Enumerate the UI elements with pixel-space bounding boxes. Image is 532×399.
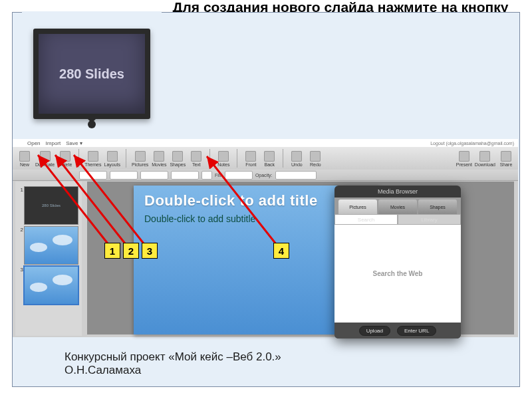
- movies-button[interactable]: Movies: [151, 150, 167, 167]
- redo-icon: [310, 151, 321, 162]
- plus-icon: [19, 151, 30, 162]
- tab-library[interactable]: Library: [398, 214, 461, 225]
- slide-sidebar: 1 280 Slides 2 3: [15, 182, 82, 336]
- pictures-button[interactable]: Pictures: [132, 150, 148, 167]
- text-button[interactable]: Text: [188, 150, 204, 167]
- share-button[interactable]: Share: [498, 150, 514, 167]
- thumb-preview: [25, 267, 78, 304]
- back-button[interactable]: Back: [261, 150, 277, 167]
- fill-label: Fill:: [215, 173, 222, 178]
- credit-line-2: О.Н.Саламаха: [65, 364, 281, 377]
- slide-title-placeholder[interactable]: Double-click to add title: [144, 192, 318, 209]
- separator: [78, 149, 79, 168]
- present-icon: [459, 151, 469, 162]
- credit-line-1: Конкурсный проект «Мой кейс –Веб 2.0.»: [65, 350, 281, 364]
- logo-text: 280 Slides: [59, 66, 124, 82]
- delete-slide-button[interactable]: Delete: [57, 150, 73, 167]
- media-browser-body[interactable]: Search the Web: [334, 225, 461, 323]
- thumb-preview: [25, 227, 78, 264]
- projector-screen-icon: 280 Slides: [33, 29, 150, 119]
- bring-front-icon: [245, 151, 256, 162]
- tab-movies[interactable]: Movies: [378, 200, 417, 214]
- media-browser-title: Media Browser: [334, 186, 461, 198]
- media-browser-window[interactable]: Media Browser Pictures Movies Shapes Sea…: [334, 186, 461, 338]
- upload-button[interactable]: Upload: [359, 326, 390, 336]
- duplicate-slide-button[interactable]: Duplicate: [35, 150, 55, 167]
- app-screenshot: Open Import Save ▾ Logout (olga.olgasala…: [13, 139, 518, 337]
- separator: [126, 149, 126, 168]
- layouts-button[interactable]: Layouts: [104, 150, 120, 167]
- opt-w[interactable]: [140, 171, 168, 180]
- download-button[interactable]: Download: [475, 150, 495, 167]
- separator: [209, 149, 210, 168]
- delete-icon: [60, 151, 70, 162]
- new-slide-button[interactable]: New: [17, 150, 33, 167]
- menu-import[interactable]: Import: [46, 140, 61, 146]
- slide-frame: 280 Slides Open Import Save ▾ Logout (ol…: [12, 12, 520, 387]
- themes-button[interactable]: Themes: [84, 150, 101, 167]
- notes-button[interactable]: Notes: [215, 150, 231, 167]
- tab-pictures[interactable]: Pictures: [338, 200, 377, 214]
- opacity-label: Opacity:: [255, 173, 273, 178]
- duplicate-icon: [40, 151, 51, 162]
- undo-button[interactable]: Undo: [289, 150, 305, 167]
- notes-icon: [218, 151, 229, 162]
- callout-2: 2: [123, 243, 139, 259]
- app-logo: 280 Slides: [22, 11, 162, 136]
- text-icon: [191, 151, 201, 162]
- toolbar-group-notes: Notes: [215, 150, 231, 167]
- media-category-tabs: Pictures Movies Shapes: [334, 198, 461, 214]
- credit: Конкурсный проект «Мой кейс –Веб 2.0.» О…: [65, 350, 281, 377]
- menu-open[interactable]: Open: [27, 140, 41, 146]
- option-bar: Fill: Opacity:: [13, 170, 518, 181]
- share-icon: [501, 151, 511, 162]
- separator: [283, 149, 283, 168]
- tutorial-slide: Для создания нового слайда нажмите на кн…: [0, 0, 532, 399]
- thumb-2[interactable]: 2: [17, 227, 80, 264]
- movies-icon: [154, 151, 164, 162]
- present-button[interactable]: Present: [456, 150, 472, 167]
- front-button[interactable]: Front: [243, 150, 259, 167]
- thumb-3[interactable]: 3: [17, 267, 80, 304]
- menu-save[interactable]: Save ▾: [66, 140, 82, 146]
- toolbar-group-right: Present Download Share: [456, 150, 514, 167]
- slide-subtitle-placeholder[interactable]: Double-click to add subtitle: [144, 213, 255, 224]
- opt-lock[interactable]: [201, 171, 212, 180]
- search-hint: Search the Web: [373, 270, 423, 277]
- shapes-icon: [172, 151, 183, 162]
- send-back-icon: [264, 151, 275, 162]
- tab-search[interactable]: Search: [334, 214, 398, 225]
- account-hint[interactable]: Logout (olga.olgasalamaha@gmail.com): [430, 141, 514, 146]
- opt-h[interactable]: [171, 171, 199, 180]
- download-icon: [479, 151, 490, 162]
- fill-swatch[interactable]: [225, 171, 253, 180]
- toolbar-group-slides: New Duplicate Delete: [17, 150, 73, 167]
- redo-button[interactable]: Redo: [307, 150, 323, 167]
- toolbar-group-media: Pictures Movies Shapes Text: [132, 150, 204, 167]
- thumb-1[interactable]: 1 280 Slides: [17, 187, 80, 224]
- toolbar-group-history: Undo Redo: [289, 150, 323, 167]
- opt-y[interactable]: [110, 171, 138, 180]
- pictures-icon: [135, 151, 146, 162]
- separator: [237, 149, 237, 168]
- toolbar-group-arrange: Front Back: [243, 150, 277, 167]
- callout-3: 3: [142, 243, 158, 259]
- shapes-button[interactable]: Shapes: [170, 150, 186, 167]
- media-source-tabs: Search Library: [334, 214, 461, 225]
- media-browser-footer: Upload Enter URL: [334, 323, 461, 338]
- callout-1: 1: [104, 243, 120, 259]
- callout-4: 4: [273, 243, 289, 259]
- undo-icon: [291, 151, 302, 162]
- thumb-preview: 280 Slides: [25, 187, 78, 224]
- opacity-slider[interactable]: [275, 171, 317, 180]
- enter-url-button[interactable]: Enter URL: [397, 326, 436, 336]
- themes-icon: [88, 151, 98, 162]
- layouts-icon: [107, 151, 118, 162]
- tab-shapes[interactable]: Shapes: [418, 200, 457, 214]
- opt-x[interactable]: [79, 171, 107, 180]
- toolbar: New Duplicate Delete Themes Layouts Pict…: [13, 147, 518, 170]
- toolbar-group-design: Themes Layouts: [84, 150, 120, 167]
